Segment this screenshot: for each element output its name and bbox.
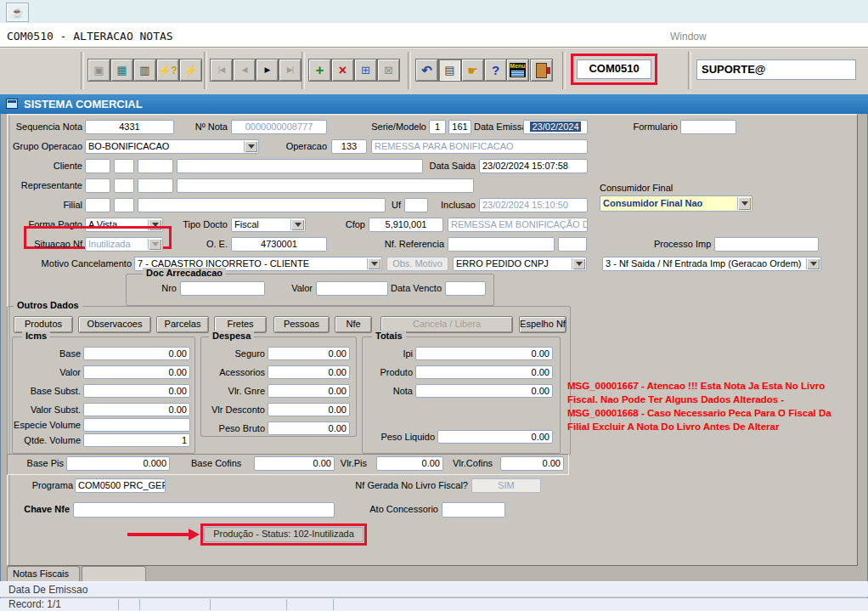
chevron-down-icon[interactable] xyxy=(244,141,257,152)
sequencia-nota-field[interactable]: 4331 xyxy=(85,120,174,134)
oe-field[interactable]: 4730001 xyxy=(231,237,327,252)
representante-field-3[interactable] xyxy=(138,178,173,193)
doc-data-vencto-field[interactable] xyxy=(445,281,486,296)
tab-secondary[interactable] xyxy=(82,566,146,581)
cliente-field-1[interactable] xyxy=(85,159,110,173)
print-screen-button[interactable]: ▦ xyxy=(110,59,133,82)
formulario-field[interactable] xyxy=(680,120,736,134)
previous-record-button[interactable]: ◀ xyxy=(233,59,256,82)
undo-button[interactable]: ↶ xyxy=(415,59,438,82)
programa-field[interactable]: COM0500 PRC_GERA xyxy=(75,478,166,493)
peso-liquido-field[interactable]: 0.00 xyxy=(437,430,553,444)
nfe-button[interactable]: Nfe xyxy=(335,316,372,333)
nf-referencia-serie-field[interactable] xyxy=(558,237,587,252)
filial-field-2[interactable] xyxy=(114,198,134,212)
modelo-field[interactable]: 161 xyxy=(448,120,471,134)
ato-concessorio-field[interactable] xyxy=(442,502,505,518)
parcelas-button[interactable]: Parcelas xyxy=(156,316,209,333)
lock-record-icon: ☛ xyxy=(467,65,478,76)
vlr-cofins-field[interactable]: 0.00 xyxy=(500,456,564,471)
doc-nro-field[interactable] xyxy=(180,281,265,296)
pessoas-button[interactable]: Pessoas xyxy=(273,316,330,333)
acessorios-field[interactable]: 0.00 xyxy=(268,365,350,379)
last-record-button[interactable]: ▶| xyxy=(279,59,302,82)
tab-notas-fiscais[interactable]: Notas Fiscais xyxy=(7,566,80,581)
icms-valor-subst-field[interactable]: 0.00 xyxy=(83,403,190,416)
query-find-button[interactable]: ⊞ xyxy=(354,59,377,82)
cliente-field-3[interactable] xyxy=(138,159,173,173)
observacoes-button[interactable]: Observacoes xyxy=(78,316,151,333)
tipo-docto-combo[interactable]: Fiscal xyxy=(231,218,306,232)
serie-field[interactable]: 1 xyxy=(429,120,446,134)
nf-saida-entrada-combo[interactable]: 3 - Nf Saida / Nf Entrada Imp (Geracao O… xyxy=(602,257,821,271)
grupo-operacao-combo[interactable]: BO-BONIFICACAO xyxy=(85,139,259,154)
print-screen-icon: ▦ xyxy=(116,65,127,76)
representante-field-2[interactable] xyxy=(114,178,134,193)
especie-volume-field[interactable] xyxy=(83,418,190,432)
chevron-down-icon[interactable] xyxy=(572,258,585,269)
processo-imp-label: Processo Imp xyxy=(654,239,708,249)
vlr-cofins-label: Vlr.Cofins xyxy=(446,458,493,468)
clipboard-button[interactable]: ▤ xyxy=(438,59,461,82)
qtde-volume-field[interactable]: 1 xyxy=(83,433,190,447)
operacao-desc-field: REMESSA PARA BONIFICACAO xyxy=(371,139,588,154)
clear-record-button[interactable]: ⊠ xyxy=(377,59,400,82)
execute-query-button[interactable]: ⚡ xyxy=(179,59,202,82)
peso-bruto-field[interactable]: 0.00 xyxy=(268,421,350,435)
icms-base-subst-field[interactable]: 0.00 xyxy=(83,384,190,398)
next-record-button[interactable]: ▶ xyxy=(256,59,279,82)
seguro-field[interactable]: 0.00 xyxy=(268,347,350,360)
menu-item-window[interactable]: Window xyxy=(670,31,707,42)
vlr-desconto-field[interactable]: 0.00 xyxy=(268,403,350,416)
nota-field[interactable]: 0.00 xyxy=(415,384,553,398)
data-saida-field[interactable]: 23/02/2024 15:07:58 xyxy=(479,159,588,173)
chevron-down-icon[interactable] xyxy=(737,197,751,210)
filial-nome-field[interactable] xyxy=(138,198,386,212)
despesa-legend: Despesa xyxy=(209,331,254,341)
first-record-button[interactable]: |◀ xyxy=(210,59,233,82)
chevron-down-icon[interactable] xyxy=(806,258,820,269)
enter-query-button[interactable]: ⚡? xyxy=(156,59,179,82)
user-field[interactable]: SUPORTE@ xyxy=(696,59,856,80)
doc-valor-field[interactable] xyxy=(316,281,388,296)
operacao-code-field[interactable]: 133 xyxy=(331,139,367,154)
cliente-nome-field[interactable] xyxy=(177,159,423,173)
java-applet-button[interactable]: ☕ xyxy=(6,3,29,22)
obs-motivo-combo[interactable]: ERRO PEDIDO CNPJ xyxy=(453,257,587,271)
filial-field-1[interactable] xyxy=(85,198,110,212)
chave-nfe-field[interactable] xyxy=(73,502,335,518)
chevron-down-icon[interactable] xyxy=(290,219,304,230)
icms-valor-field[interactable]: 0.00 xyxy=(83,365,190,379)
base-cofins-field[interactable]: 0.00 xyxy=(254,456,335,471)
consumidor-final-combo[interactable]: Consumidor Final Nao xyxy=(600,195,752,212)
produto-field[interactable]: 0.00 xyxy=(415,365,553,379)
save-button[interactable]: ▣ xyxy=(87,59,110,82)
print-button[interactable]: ▥ xyxy=(133,59,156,82)
representante-nome-field[interactable] xyxy=(177,178,474,193)
lock-record-button[interactable]: ☛ xyxy=(461,59,484,82)
cliente-field-2[interactable] xyxy=(114,159,134,173)
representante-field-1[interactable] xyxy=(85,178,110,193)
delete-record-button[interactable]: × xyxy=(331,59,354,82)
base-pis-field[interactable]: 0.000 xyxy=(66,456,170,471)
vlr-pis-field[interactable]: 0.00 xyxy=(376,456,443,471)
chevron-down-icon[interactable] xyxy=(367,258,380,269)
espelho-nf-button[interactable]: Espelho Nf xyxy=(519,316,566,333)
icms-valor-label: Valor xyxy=(17,367,81,377)
help-button[interactable]: ? xyxy=(484,59,507,82)
processo-imp-field[interactable] xyxy=(714,237,819,252)
ipi-field[interactable]: 0.00 xyxy=(415,347,553,360)
insert-record-button[interactable]: + xyxy=(308,59,331,82)
menu-window-button[interactable]: Menu xyxy=(506,59,529,82)
situacao-nf-label: Situacao Nf xyxy=(25,239,82,249)
clear-record-icon: ⊠ xyxy=(384,65,393,76)
exit-button[interactable] xyxy=(530,59,553,82)
vlr-gnre-field[interactable]: 0.00 xyxy=(268,384,350,398)
nf-referencia-field[interactable] xyxy=(448,237,555,252)
data-emissao-field[interactable]: 23/02/2024 xyxy=(523,120,588,134)
icms-base-field[interactable]: 0.00 xyxy=(83,347,190,360)
cfop-field[interactable]: 5,910,001 xyxy=(369,218,443,232)
formulario-label: Formulario xyxy=(633,122,678,132)
program-code-field[interactable]: COM0510 xyxy=(577,59,651,79)
nf-referencia-label: Nf. Referencia xyxy=(374,239,444,249)
